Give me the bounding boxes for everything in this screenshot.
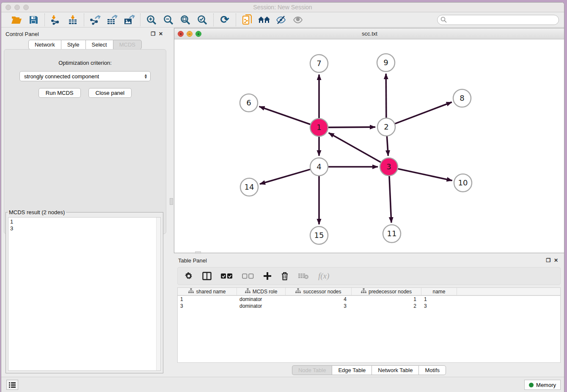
tab-edge-table[interactable]: Edge Table [332, 365, 372, 375]
column-header-predecessor-nodes[interactable]: predecessor nodes [352, 288, 421, 295]
edge-2-9[interactable] [386, 74, 386, 118]
add-column-icon[interactable] [263, 272, 272, 280]
graph-node-14[interactable]: 14 [240, 178, 258, 196]
edge-4-14[interactable] [260, 169, 310, 184]
table-cell[interactable]: 3 [421, 303, 457, 309]
graph-node-11[interactable]: 11 [383, 225, 401, 243]
zoom-selected-icon[interactable] [195, 14, 209, 26]
edge-2-3[interactable] [387, 136, 388, 156]
show-all-icon[interactable] [291, 14, 305, 26]
tab-network-table[interactable]: Network Table [372, 365, 418, 375]
network-window-titlebar[interactable]: × − + scc.txt [174, 28, 564, 39]
graph-node-15[interactable]: 15 [310, 226, 328, 244]
table-cell[interactable]: 3 [286, 303, 352, 309]
import-network-icon[interactable] [49, 14, 63, 26]
zoom-out-icon[interactable] [162, 14, 175, 26]
control-panel-title: Control Panel [6, 31, 39, 37]
control-panel: Control Panel ❐ ✕ NetworkStyleSelectMCDS… [1, 28, 169, 377]
tab-select[interactable]: Select [85, 40, 113, 50]
graph-node-6[interactable]: 6 [240, 94, 258, 112]
column-header-successor-nodes[interactable]: successor nodes [286, 288, 352, 295]
table-cell[interactable]: dominator [237, 296, 286, 303]
result-scrollbar[interactable] [156, 218, 160, 370]
edge-3-10[interactable] [398, 169, 452, 181]
split-view-icon[interactable] [202, 272, 212, 280]
table-cell[interactable]: 1 [421, 296, 457, 303]
tab-mcds[interactable]: MCDS [113, 40, 142, 50]
vertical-splitter[interactable] [169, 28, 174, 377]
horizontal-splitter-grip[interactable] [195, 251, 201, 254]
graph-node-7[interactable]: 7 [310, 55, 328, 72]
svg-text:14: 14 [245, 182, 254, 191]
graph-node-4[interactable]: 4 [310, 158, 328, 176]
tab-network[interactable]: Network [28, 40, 61, 50]
delete-table-icon[interactable] [298, 273, 309, 279]
function-builder-icon[interactable]: f(x) [318, 271, 329, 281]
export-network-icon[interactable] [88, 14, 102, 26]
attribute-tree-icon [188, 288, 194, 295]
run-mcds-button[interactable]: Run MCDS [39, 88, 81, 98]
table-tabs: Node TableEdge TableNetwork TableMotifs [174, 365, 564, 375]
edge-1-6[interactable] [259, 107, 311, 124]
first-neighbors-icon[interactable] [257, 14, 271, 26]
refresh-layout-icon[interactable]: ⟳ [218, 14, 231, 26]
table-row[interactable]: 3dominator323 [178, 303, 560, 309]
column-header-name[interactable]: name [421, 288, 457, 295]
svg-text:15: 15 [314, 231, 324, 240]
fit-content-icon[interactable] [179, 14, 192, 26]
delete-column-icon[interactable] [281, 272, 289, 281]
table-cell[interactable]: 3 [178, 303, 237, 309]
float-table-panel-icon[interactable]: ❐ [545, 257, 552, 263]
close-table-panel-icon[interactable]: ✕ [552, 257, 560, 263]
zoom-in-icon[interactable] [145, 14, 158, 26]
mcds-result-area[interactable]: 1 3 [8, 217, 161, 371]
edge-2-8[interactable] [395, 102, 452, 124]
table-row[interactable]: 1dominator411 [178, 296, 560, 303]
tab-node-table[interactable]: Node Table [292, 365, 332, 375]
graph-node-2[interactable]: 2 [377, 118, 395, 136]
splitter-grip[interactable] [170, 198, 173, 205]
mcds-tab-content: Optimization criterion: strongly connect… [4, 49, 166, 234]
tab-style[interactable]: Style [61, 40, 85, 50]
select-all-icon[interactable] [221, 273, 233, 279]
import-table-icon[interactable] [66, 14, 80, 26]
memory-button[interactable]: Memory [524, 380, 561, 390]
save-session-icon[interactable] [27, 14, 40, 26]
table-cell[interactable]: 4 [286, 296, 352, 303]
main-toolbar: ⟳ [1, 12, 564, 28]
task-history-button[interactable] [6, 380, 18, 390]
graph-node-3[interactable]: 3 [380, 158, 398, 176]
attribute-tree-icon [361, 288, 366, 295]
graph-node-10[interactable]: 10 [454, 174, 472, 192]
search-input[interactable] [437, 15, 559, 25]
graph-node-9[interactable]: 9 [377, 54, 395, 72]
column-header-MCDS-role[interactable]: MCDS role [237, 288, 286, 295]
open-file-icon[interactable] [10, 14, 23, 26]
close-panel-icon[interactable]: ✕ [157, 31, 165, 37]
close-panel-button[interactable]: Close panel [88, 88, 132, 98]
export-image-icon[interactable] [122, 14, 136, 26]
svg-text:1: 1 [317, 123, 321, 132]
export-table-icon[interactable] [105, 14, 119, 26]
edge-3-1[interactable] [329, 133, 381, 162]
new-network-from-selection-icon[interactable] [240, 14, 254, 26]
table-cell[interactable]: 1 [178, 296, 237, 303]
svg-text:3: 3 [386, 162, 391, 171]
edge-1-2[interactable] [328, 127, 375, 127]
hide-selected-icon[interactable] [274, 14, 288, 26]
graph-node-8[interactable]: 8 [453, 89, 471, 107]
tab-motifs[interactable]: Motifs [418, 365, 446, 375]
table-cell[interactable]: dominator [237, 303, 286, 309]
gear-icon[interactable] [184, 272, 193, 280]
float-panel-icon[interactable]: ❐ [149, 31, 157, 37]
optimization-criterion-select[interactable]: strongly connected component ▲▼ [19, 71, 151, 81]
table-cell[interactable]: 1 [352, 296, 421, 303]
graph-node-1[interactable]: 1 [310, 119, 328, 136]
mcds-result-box: MCDS result (2 nodes) 1 3 [6, 209, 163, 373]
deselect-all-icon[interactable] [242, 273, 254, 279]
column-header-shared-name[interactable]: shared name [178, 288, 237, 295]
table-cell[interactable]: 2 [352, 303, 421, 309]
network-canvas[interactable]: 7968124314101511 [174, 39, 564, 252]
svg-text:8: 8 [460, 94, 464, 102]
edge-3-11[interactable] [389, 176, 391, 223]
